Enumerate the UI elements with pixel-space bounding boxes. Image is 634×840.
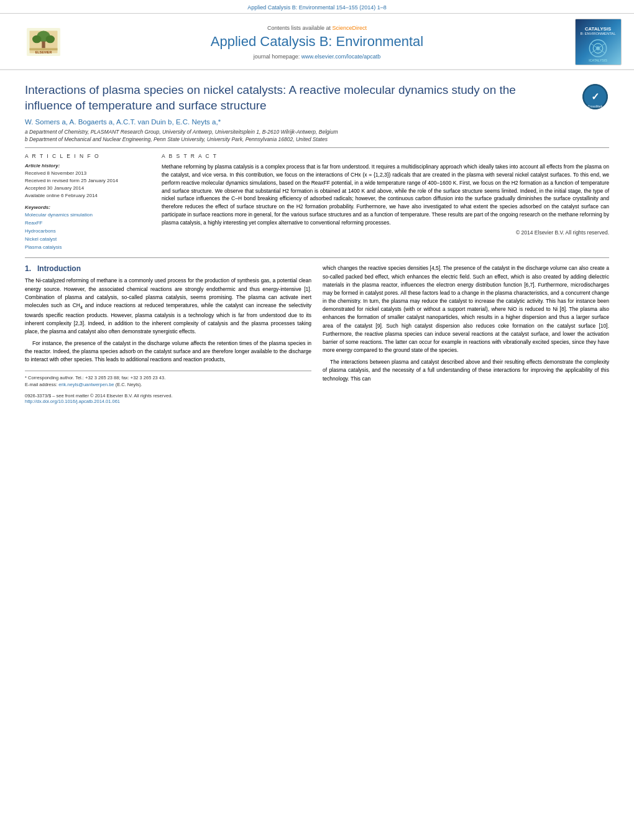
contents-available-line: Contents lists available at ScienceDirec… — [75, 25, 559, 31]
keywords-label: Keywords: — [25, 205, 149, 210]
body-text-right: which changes the reactive species densi… — [323, 264, 609, 382]
journal-title: Applied Catalysis B: Environmental — [75, 34, 559, 50]
issn-text: 0926-3373/$ – see front matter © 2014 El… — [25, 393, 311, 399]
keyword-3: Hydrocarbons — [25, 228, 149, 236]
journal-homepage-line: journal homepage: www.elsevier.com/locat… — [75, 53, 559, 60]
footer-corresponding: * Corresponding author. Tel.: +32 3 265 … — [25, 374, 311, 381]
catalysis-journal-logo: CATALYSIS B: ENVIRONMENTAL ICATALYSIS — [575, 19, 622, 65]
svg-text:CATALYSIS: CATALYSIS — [585, 26, 611, 32]
history-online: Available online 6 February 2014 — [25, 192, 149, 200]
body-text-left: The Ni-catalyzed reforming of methane is… — [25, 277, 311, 364]
email-suffix: (E.C. Neyts). — [116, 382, 142, 387]
abstract-heading: A B S T R A C T — [162, 153, 609, 159]
section1-title: 1. Introduction — [25, 264, 311, 273]
affiliation-b-text: b Department of Mechanical and Nuclear E… — [25, 136, 328, 142]
contents-text: Contents lists available at — [267, 25, 331, 31]
keyword-4: Nickel catalyst — [25, 236, 149, 244]
authors: W. Somers a, A. Bogaerts a, A.C.T. van D… — [25, 118, 609, 126]
footer-email-line: E-mail address: erik.neyts@uantwerpen.be… — [25, 381, 311, 388]
body-col-left: 1. Introduction The Ni-catalyzed reformi… — [25, 264, 311, 404]
keyword-1: Molecular dynamics simulation — [25, 211, 149, 219]
body-para-1: The Ni-catalyzed reforming of methane is… — [25, 277, 311, 336]
homepage-link[interactable]: www.elsevier.com/locate/apcatb — [301, 53, 381, 60]
history-revised: Received in revised form 25 January 2014 — [25, 177, 149, 185]
affiliation-a-text: a Department of Chemistry, PLASMANT Rese… — [25, 129, 338, 135]
history-received: Received 8 November 2013 — [25, 170, 149, 177]
article-title: Interactions of plasma species on nickel… — [25, 83, 535, 113]
body-para-4: The interactions between plasma and cata… — [323, 358, 609, 383]
header-section: ELSEVIER Contents lists available at Sci… — [0, 14, 634, 70]
article-history: Article history: Received 8 November 201… — [25, 163, 149, 200]
doi-link[interactable]: http://dx.doi.org/10.1016/j.apcatb.2014.… — [25, 399, 311, 404]
svg-text:CrossMark: CrossMark — [587, 104, 603, 108]
elsevier-logo-container: ELSEVIER — [12, 28, 75, 56]
affiliation-b: b Department of Mechanical and Nuclear E… — [25, 136, 609, 142]
keyword-5: Plasma catalysis — [25, 244, 149, 252]
catalysis-logo-container: CATALYSIS B: ENVIRONMENTAL ICATALYSIS — [559, 19, 622, 65]
article-title-section: Interactions of plasma species on nickel… — [25, 76, 609, 113]
svg-text:ELSEVIER: ELSEVIER — [35, 50, 52, 54]
body-section: 1. Introduction The Ni-catalyzed reformi… — [25, 264, 609, 404]
abstract-column: A B S T R A C T Methane reforming by pla… — [162, 153, 609, 251]
svg-text:ICATALYSIS: ICATALYSIS — [589, 58, 607, 62]
body-col-right: which changes the reactive species densi… — [323, 264, 609, 404]
article-info-heading: A R T I C L E I N F O — [25, 153, 149, 159]
keywords-section: Keywords: Molecular dynamics simulation … — [25, 205, 149, 251]
corresponding-note: * Corresponding author. Tel.: +32 3 265 … — [25, 375, 165, 381]
crossmark-icon: ✓ CrossMark — [581, 83, 609, 111]
homepage-text: journal homepage: — [254, 53, 300, 60]
section1-number: 1. — [25, 264, 31, 273]
footer-issn: 0926-3373/$ – see front matter © 2014 El… — [25, 393, 311, 404]
svg-rect-3 — [42, 42, 45, 48]
abstract-paragraph: Methane reforming by plasma catalysis is… — [162, 163, 609, 226]
elsevier-logo: ELSEVIER — [12, 28, 75, 56]
email-label: E-mail address: — [25, 382, 57, 387]
article-content: Interactions of plasma species on nickel… — [0, 70, 634, 417]
catalysis-logo-svg: CATALYSIS B: ENVIRONMENTAL ICATALYSIS — [575, 19, 622, 65]
divider-2 — [25, 257, 609, 258]
keyword-2: ReaxFF — [25, 219, 149, 228]
abstract-text: Methane reforming by plasma catalysis is… — [162, 163, 609, 237]
history-label: Article history: — [25, 163, 149, 168]
divider-1 — [25, 147, 609, 148]
top-bar: Applied Catalysis B: Environmental 154–1… — [0, 0, 634, 14]
header-center: Contents lists available at ScienceDirec… — [75, 25, 559, 60]
journal-citation: Applied Catalysis B: Environmental 154–1… — [247, 4, 387, 11]
section1-label: Introduction — [37, 264, 81, 273]
svg-text:B: ENVIRONMENTAL: B: ENVIRONMENTAL — [581, 32, 617, 35]
article-info-abstract: A R T I C L E I N F O Article history: R… — [25, 153, 609, 251]
svg-point-4 — [32, 35, 41, 44]
svg-point-5 — [46, 35, 55, 44]
copyright-line: © 2014 Elsevier B.V. All rights reserved… — [162, 229, 609, 237]
svg-text:✓: ✓ — [591, 91, 599, 102]
sciencedirect-link[interactable]: ScienceDirect — [333, 25, 367, 31]
body-para-3: which changes the reactive species densi… — [323, 264, 609, 354]
email-address[interactable]: erik.neyts@uantwerpen.be — [58, 382, 114, 387]
article-info-column: A R T I C L E I N F O Article history: R… — [25, 153, 149, 251]
crossmark-logo: ✓ CrossMark — [581, 83, 609, 111]
elsevier-tree-icon: ELSEVIER — [25, 28, 62, 56]
footer-note: * Corresponding author. Tel.: +32 3 265 … — [25, 371, 311, 405]
affiliation-a: a Department of Chemistry, PLASMANT Rese… — [25, 129, 609, 135]
history-accepted: Accepted 30 January 2014 — [25, 185, 149, 192]
svg-rect-6 — [30, 48, 58, 50]
body-para-2: For instance, the presence of the cataly… — [25, 339, 311, 364]
